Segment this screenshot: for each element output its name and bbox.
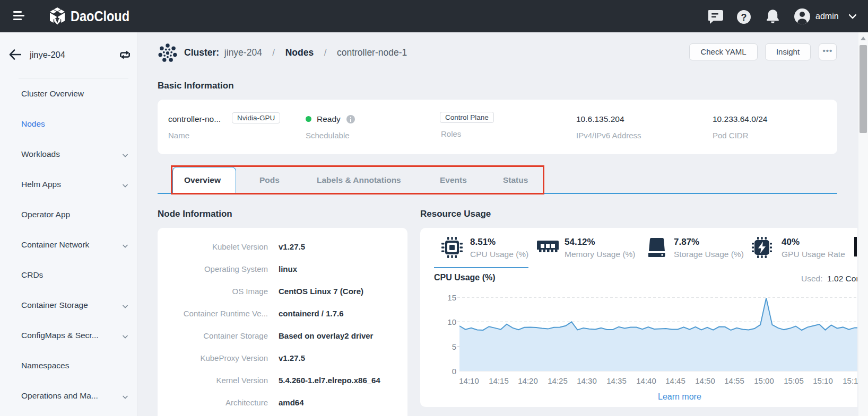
svg-text:?: ?: [741, 12, 747, 23]
